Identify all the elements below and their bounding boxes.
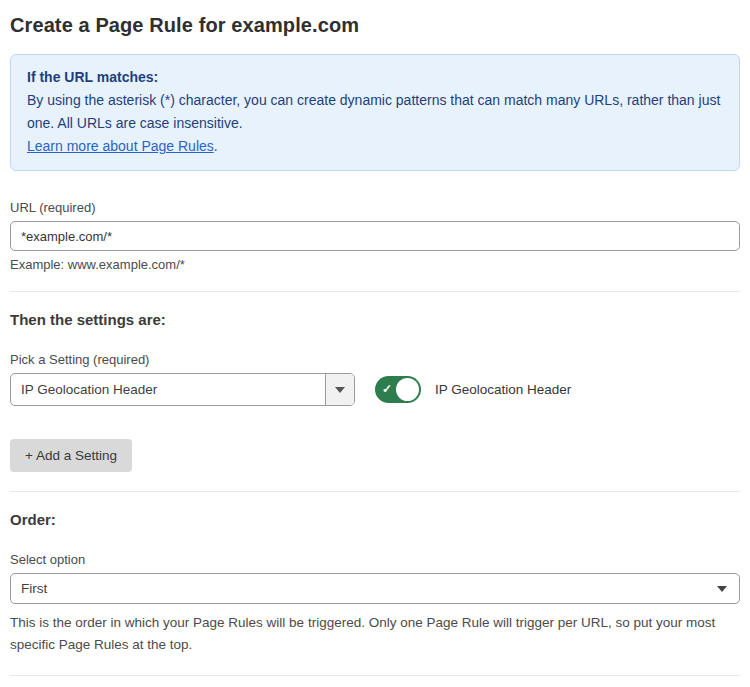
url-field-label: URL (required) [10,200,740,215]
order-select-label: Select option [10,552,740,567]
link-suffix: . [214,138,218,154]
settings-section-heading: Then the settings are: [10,311,740,328]
info-box-link-line: Learn more about Page Rules. [27,135,723,158]
info-box-heading: If the URL matches: [27,66,723,89]
url-match-info-box: If the URL matches: By using the asteris… [10,54,740,171]
order-select[interactable]: First [10,573,740,604]
page-title: Create a Page Rule for example.com [10,14,740,37]
setting-row: IP Geolocation Header ✓ IP Geolocation H… [10,373,740,406]
url-input[interactable] [10,221,740,251]
divider [10,675,740,676]
setting-picker-arrow-button[interactable] [325,374,354,405]
divider [10,491,740,492]
setting-picker-value: IP Geolocation Header [11,374,325,405]
url-helper-text: Example: www.example.com/* [10,257,740,272]
add-setting-button[interactable]: + Add a Setting [10,439,132,472]
chevron-down-icon [335,387,345,393]
info-box-body: By using the asterisk (*) character, you… [27,89,723,135]
divider [10,291,740,292]
toggle-label: IP Geolocation Header [435,382,571,397]
learn-more-link[interactable]: Learn more about Page Rules [27,138,214,154]
page-rule-form: Create a Page Rule for example.com If th… [0,0,750,687]
chevron-down-icon [717,586,727,592]
order-section-heading: Order: [10,511,740,528]
setting-picker-select[interactable]: IP Geolocation Header [10,373,355,406]
ip-geolocation-toggle[interactable]: ✓ [375,376,421,403]
order-helper-text: This is the order in which your Page Rul… [10,612,730,656]
setting-picker-label: Pick a Setting (required) [10,352,740,367]
toggle-knob [396,378,419,401]
check-icon: ✓ [382,382,392,396]
order-select-value: First [21,581,717,596]
